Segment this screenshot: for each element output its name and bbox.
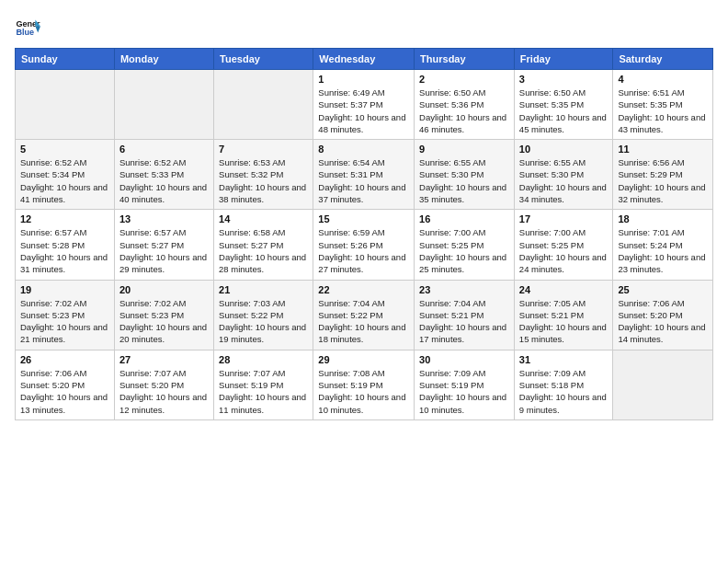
calendar-body: 1Sunrise: 6:49 AMSunset: 5:37 PMDaylight…	[16, 70, 713, 420]
header-thursday: Thursday	[415, 49, 515, 70]
day-info-line: Sunrise: 7:09 AM	[419, 367, 509, 379]
day-info-line: Sunset: 5:25 PM	[419, 239, 509, 251]
day-info-line: Sunset: 5:27 PM	[219, 239, 308, 251]
day-cell	[114, 70, 213, 140]
day-number: 11	[618, 144, 708, 155]
day-number: 6	[119, 144, 209, 155]
day-cell: 22Sunrise: 7:04 AMSunset: 5:22 PMDayligh…	[313, 280, 415, 350]
day-info-line: Sunrise: 7:06 AM	[618, 297, 708, 309]
day-number: 20	[119, 284, 209, 295]
week-row-3: 12Sunrise: 6:57 AMSunset: 5:28 PMDayligh…	[16, 210, 713, 280]
day-cell: 18Sunrise: 7:01 AMSunset: 5:24 PMDayligh…	[613, 210, 713, 280]
day-info-line: Sunrise: 6:58 AM	[219, 226, 308, 238]
day-info-line: Sunset: 5:36 PM	[419, 98, 509, 110]
header-sunday: Sunday	[16, 49, 115, 70]
day-number: 21	[219, 284, 308, 295]
day-number: 16	[419, 213, 509, 224]
day-info-line: Sunrise: 6:55 AM	[519, 156, 609, 168]
day-info-line: Daylight: 10 hours and 27 minutes.	[318, 251, 409, 276]
day-info-line: Sunrise: 6:49 AM	[318, 86, 409, 98]
day-number: 22	[318, 284, 409, 295]
day-info-line: Daylight: 10 hours and 15 minutes.	[519, 321, 609, 346]
svg-marker-3	[35, 27, 40, 33]
day-cell: 31Sunrise: 7:09 AMSunset: 5:18 PMDayligh…	[514, 350, 613, 419]
day-info-line: Daylight: 10 hours and 25 minutes.	[419, 251, 509, 276]
day-info-line: Daylight: 10 hours and 13 minutes.	[20, 391, 109, 416]
day-info-line: Sunset: 5:23 PM	[20, 309, 109, 321]
day-info-line: Daylight: 10 hours and 19 minutes.	[219, 321, 308, 346]
day-cell: 26Sunrise: 7:06 AMSunset: 5:20 PMDayligh…	[16, 350, 115, 419]
day-number: 13	[119, 213, 209, 224]
day-cell: 6Sunrise: 6:52 AMSunset: 5:33 PMDaylight…	[114, 140, 213, 210]
header-saturday: Saturday	[613, 49, 713, 70]
day-info-line: Sunset: 5:28 PM	[20, 239, 109, 251]
day-info-line: Sunset: 5:20 PM	[618, 309, 708, 321]
day-info-line: Sunrise: 6:56 AM	[618, 156, 708, 168]
header-monday: Monday	[114, 49, 213, 70]
day-info-line: Sunset: 5:25 PM	[519, 239, 609, 251]
day-cell: 10Sunrise: 6:55 AMSunset: 5:30 PMDayligh…	[514, 140, 613, 210]
day-info-line: Daylight: 10 hours and 48 minutes.	[318, 111, 409, 136]
day-info-line: Daylight: 10 hours and 17 minutes.	[419, 321, 509, 346]
day-info-line: Sunrise: 6:55 AM	[419, 156, 509, 168]
day-info-line: Daylight: 10 hours and 14 minutes.	[618, 321, 708, 346]
day-info-line: Sunset: 5:21 PM	[419, 309, 509, 321]
day-cell: 20Sunrise: 7:02 AMSunset: 5:23 PMDayligh…	[114, 280, 213, 350]
day-cell: 17Sunrise: 7:00 AMSunset: 5:25 PMDayligh…	[514, 210, 613, 280]
day-info-line: Daylight: 10 hours and 11 minutes.	[219, 391, 308, 416]
day-info-line: Daylight: 10 hours and 10 minutes.	[419, 391, 509, 416]
day-info-line: Sunrise: 6:53 AM	[219, 156, 308, 168]
day-info-line: Sunrise: 7:06 AM	[20, 367, 109, 379]
day-number: 23	[419, 284, 509, 295]
day-info-line: Sunset: 5:29 PM	[618, 168, 708, 180]
day-info-line: Daylight: 10 hours and 37 minutes.	[318, 181, 409, 206]
week-row-2: 5Sunrise: 6:52 AMSunset: 5:34 PMDaylight…	[16, 140, 713, 210]
day-info-line: Daylight: 10 hours and 23 minutes.	[618, 251, 708, 276]
day-number: 4	[618, 74, 708, 85]
day-info-line: Sunset: 5:27 PM	[119, 239, 209, 251]
day-info-line: Daylight: 10 hours and 24 minutes.	[519, 251, 609, 276]
day-info-line: Sunset: 5:37 PM	[318, 98, 409, 110]
day-number: 31	[519, 354, 609, 365]
header-row: SundayMondayTuesdayWednesdayThursdayFrid…	[16, 49, 713, 70]
day-number: 27	[119, 354, 209, 365]
day-info-line: Sunset: 5:22 PM	[318, 309, 409, 321]
day-info-line: Daylight: 10 hours and 38 minutes.	[219, 181, 308, 206]
day-number: 2	[419, 74, 509, 85]
day-info-line: Sunrise: 7:04 AM	[318, 297, 409, 309]
day-cell: 21Sunrise: 7:03 AMSunset: 5:22 PMDayligh…	[214, 280, 313, 350]
day-info-line: Sunset: 5:34 PM	[20, 168, 109, 180]
day-cell: 4Sunrise: 6:51 AMSunset: 5:35 PMDaylight…	[613, 70, 713, 140]
day-cell: 14Sunrise: 6:58 AMSunset: 5:27 PMDayligh…	[214, 210, 313, 280]
day-info-line: Sunset: 5:21 PM	[519, 309, 609, 321]
page-header: General Blue	[15, 15, 713, 40]
day-info-line: Daylight: 10 hours and 41 minutes.	[20, 181, 109, 206]
day-info-line: Daylight: 10 hours and 46 minutes.	[419, 111, 509, 136]
day-cell: 24Sunrise: 7:05 AMSunset: 5:21 PMDayligh…	[514, 280, 613, 350]
header-wednesday: Wednesday	[313, 49, 415, 70]
day-number: 24	[519, 284, 609, 295]
day-info-line: Sunrise: 7:07 AM	[119, 367, 209, 379]
day-info-line: Sunrise: 6:50 AM	[419, 86, 509, 98]
day-info-line: Daylight: 10 hours and 35 minutes.	[419, 181, 509, 206]
svg-text:Blue: Blue	[16, 28, 34, 37]
day-cell: 1Sunrise: 6:49 AMSunset: 5:37 PMDaylight…	[313, 70, 415, 140]
day-info-line: Sunrise: 6:52 AM	[119, 156, 209, 168]
day-cell: 19Sunrise: 7:02 AMSunset: 5:23 PMDayligh…	[16, 280, 115, 350]
day-info-line: Daylight: 10 hours and 45 minutes.	[519, 111, 609, 136]
day-cell: 7Sunrise: 6:53 AMSunset: 5:32 PMDaylight…	[214, 140, 313, 210]
day-cell: 2Sunrise: 6:50 AMSunset: 5:36 PMDaylight…	[415, 70, 515, 140]
day-number: 19	[20, 284, 109, 295]
day-cell: 3Sunrise: 6:50 AMSunset: 5:35 PMDaylight…	[514, 70, 613, 140]
day-number: 18	[618, 213, 708, 224]
day-info-line: Sunrise: 6:50 AM	[519, 86, 609, 98]
day-info-line: Sunrise: 7:08 AM	[318, 367, 409, 379]
day-info-line: Daylight: 10 hours and 9 minutes.	[519, 391, 609, 416]
day-cell: 16Sunrise: 7:00 AMSunset: 5:25 PMDayligh…	[415, 210, 515, 280]
day-cell: 11Sunrise: 6:56 AMSunset: 5:29 PMDayligh…	[613, 140, 713, 210]
day-info-line: Sunrise: 7:02 AM	[119, 297, 209, 309]
day-number: 30	[419, 354, 509, 365]
day-cell: 29Sunrise: 7:08 AMSunset: 5:19 PMDayligh…	[313, 350, 415, 419]
day-number: 29	[318, 354, 409, 365]
day-info-line: Daylight: 10 hours and 20 minutes.	[119, 321, 209, 346]
